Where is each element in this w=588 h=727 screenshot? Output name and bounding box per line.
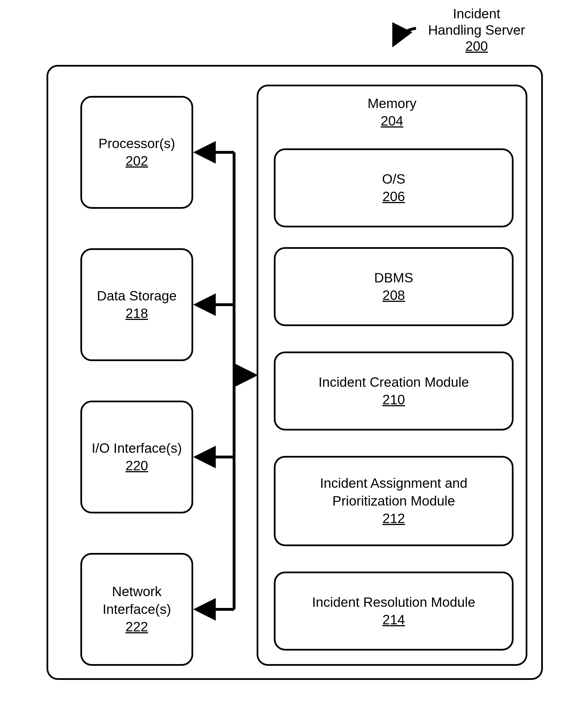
io-ref: 220 [126, 457, 148, 475]
diagram-container: Incident Handling Server 200 Processor(s… [0, 0, 588, 727]
memory-label: Memory [368, 96, 416, 111]
os-module-box: O/S 206 [274, 148, 513, 227]
memory-box: Memory 204 O/S 206 DBMS 208 Incident Cre… [257, 85, 527, 666]
processor-box: Processor(s) 202 [80, 96, 193, 209]
title-line1: Incident [453, 6, 500, 21]
resolution-label: Incident Resolution Module [312, 594, 475, 611]
resolution-module-box: Incident Resolution Module 214 [274, 572, 513, 650]
processor-ref: 202 [126, 152, 148, 170]
network-ref: 222 [126, 618, 148, 636]
storage-ref: 218 [126, 305, 148, 322]
resolution-ref: 214 [382, 611, 405, 628]
creation-label: Incident Creation Module [318, 374, 469, 391]
io-label: I/O Interface(s) [92, 439, 182, 457]
memory-ref: 204 [381, 113, 403, 128]
storage-label: Data Storage [97, 287, 177, 305]
network-line1: Network [112, 583, 162, 600]
creation-ref: 210 [382, 391, 405, 409]
memory-title: Memory 204 [258, 95, 526, 130]
os-label: O/S [382, 170, 405, 188]
os-ref: 206 [382, 188, 405, 205]
title-ref: 200 [465, 39, 488, 54]
title-line2: Handling Server [428, 23, 525, 38]
network-box: Network Interface(s) 222 [80, 553, 193, 666]
io-box: I/O Interface(s) 220 [80, 401, 193, 514]
assignment-line1: Incident Assignment and [320, 475, 467, 492]
dbms-label: DBMS [374, 269, 414, 287]
creation-module-box: Incident Creation Module 210 [274, 352, 513, 431]
storage-box: Data Storage 218 [80, 248, 193, 361]
assignment-ref: 212 [382, 510, 405, 527]
assignment-module-box: Incident Assignment and Prioritization M… [274, 456, 513, 546]
processor-label: Processor(s) [99, 135, 175, 152]
assignment-line2: Prioritization Module [333, 492, 455, 510]
dbms-module-box: DBMS 208 [274, 247, 513, 326]
diagram-title: Incident Handling Server 200 [406, 6, 547, 55]
dbms-ref: 208 [382, 287, 405, 304]
network-line2: Interface(s) [103, 601, 171, 618]
